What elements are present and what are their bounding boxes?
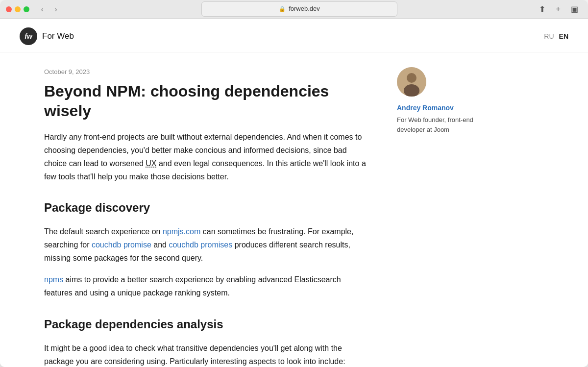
- tabs-button[interactable]: ▣: [569, 3, 580, 15]
- share-button[interactable]: ⬆: [537, 3, 547, 15]
- url-text: forweb.dev: [289, 4, 320, 14]
- article-main: October 9, 2023 Beyond NPM: choosing dep…: [44, 67, 368, 367]
- site-header: fw For Web RU EN: [0, 19, 588, 52]
- svg-point-2: [404, 84, 419, 97]
- article-layout: October 9, 2023 Beyond NPM: choosing dep…: [24, 52, 564, 367]
- logo-icon: fw: [20, 27, 37, 45]
- ux-link[interactable]: UX: [146, 159, 156, 168]
- npmjs-link[interactable]: npmjs.com: [163, 227, 200, 236]
- article-date: October 9, 2023: [44, 67, 368, 77]
- logo-area: fw For Web: [20, 27, 74, 45]
- svg-point-1: [407, 73, 416, 83]
- new-tab-button[interactable]: ＋: [552, 3, 564, 15]
- traffic-lights: [6, 6, 29, 12]
- couchdb-promises-link[interactable]: couchdb promises: [169, 241, 232, 249]
- minimize-button[interactable]: [15, 6, 21, 12]
- section-heading-discovery: Package discovery: [44, 198, 368, 217]
- author-sidebar: Andrey Romanov For Web founder, front-en…: [397, 67, 495, 367]
- section-heading-dependencies: Package dependencies analysis: [44, 315, 368, 334]
- discovery-para-1: The default search experience on npmjs.c…: [44, 225, 368, 265]
- npms-link[interactable]: npms: [44, 275, 63, 284]
- maximize-button[interactable]: [24, 6, 29, 12]
- back-button[interactable]: ‹: [36, 3, 48, 15]
- close-button[interactable]: [6, 6, 12, 12]
- article-intro: Hardly any front-end projects are built …: [44, 130, 368, 184]
- article-title: Beyond NPM: choosing dependencies wisely: [44, 81, 368, 121]
- author-avatar: [397, 67, 426, 97]
- lang-en-button[interactable]: EN: [559, 32, 568, 40]
- lock-icon: 🔒: [279, 5, 286, 14]
- page-content: fw For Web RU EN October 9, 2023 Beyond …: [0, 19, 588, 367]
- couchdb-promise-link[interactable]: couchdb promise: [92, 241, 151, 249]
- discovery-para-2: npms aims to provide a better search exp…: [44, 273, 368, 299]
- site-title: For Web: [42, 29, 74, 43]
- titlebar-right: ⬆ ＋ ▣: [537, 3, 580, 15]
- author-bio: For Web founder, front-end developer at …: [397, 115, 495, 134]
- address-bar[interactable]: 🔒 forweb.dev: [201, 1, 397, 17]
- lang-switcher: RU EN: [544, 32, 568, 40]
- author-name[interactable]: Andrey Romanov: [397, 102, 495, 113]
- lang-ru-button[interactable]: RU: [544, 32, 554, 40]
- author-avatar-image: [397, 67, 426, 97]
- forward-button[interactable]: ›: [50, 3, 62, 15]
- section-package-discovery: Package discovery The default search exp…: [44, 198, 368, 299]
- dependencies-para-1: It might be a good idea to check what tr…: [44, 342, 368, 367]
- titlebar: ‹ › 🔒 forweb.dev ⬆ ＋ ▣: [0, 0, 588, 19]
- section-package-dependencies: Package dependencies analysis It might b…: [44, 315, 368, 367]
